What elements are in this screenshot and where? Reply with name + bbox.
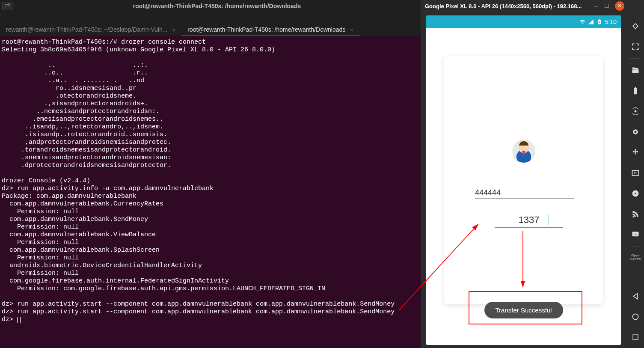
account-number-field[interactable] [475, 187, 574, 199]
svg-point-11 [636, 234, 637, 235]
status-time: 5:10 [605, 18, 617, 25]
battery-icon [597, 19, 602, 25]
sms-icon[interactable] [631, 230, 640, 239]
id-icon[interactable]: ID [631, 168, 640, 178]
tab-label: root@rewanth-ThinkPad-T450s: /home/rewan… [187, 26, 345, 33]
toast-message: Transfer Successful [484, 302, 563, 318]
disc-icon[interactable] [631, 189, 640, 198]
close-icon[interactable]: × [350, 26, 353, 33]
rotate-icon[interactable] [631, 21, 640, 31]
tab-label: rewanth@rewanth-ThinkPad-T450s: ~/Deskto… [6, 26, 167, 33]
wifi-icon [579, 19, 585, 25]
close-icon[interactable]: × [172, 26, 175, 33]
android-status-bar: 5:10 [426, 15, 621, 28]
svg-point-12 [632, 314, 638, 319]
svg-point-7 [635, 193, 636, 194]
text-caret [549, 214, 549, 225]
terminal-output[interactable]: root@rewanth-ThinkPad-T450s:/# drozer co… [0, 36, 421, 348]
rss-icon[interactable] [631, 209, 640, 219]
minimize-button[interactable]: — [590, 3, 601, 10]
android-recents-icon[interactable] [631, 333, 640, 342]
android-back-icon[interactable] [631, 291, 640, 301]
fullscreen-icon[interactable] [631, 42, 640, 51]
svg-point-1 [635, 110, 637, 113]
move-icon[interactable] [631, 148, 640, 157]
terminal-tab-inactive[interactable]: rewanth@rewanth-ThinkPad-T450s: ~/Deskto… [0, 23, 181, 36]
terminal-tab-bar: rewanth@rewanth-ThinkPad-T450s: ~/Deskto… [0, 12, 421, 36]
svg-text:ID: ID [633, 172, 638, 175]
clapboard-icon[interactable] [631, 65, 640, 75]
signal-icon [588, 19, 594, 25]
gps-icon[interactable] [631, 107, 640, 116]
emulator-side-toolbar: ID Open GAPPS [627, 15, 644, 348]
svg-point-9 [634, 234, 635, 235]
open-gapps-button[interactable]: Open GAPPS [627, 253, 644, 261]
emulator-device-screen[interactable]: 5:10 Transfer Successful [426, 15, 621, 345]
svg-point-10 [635, 234, 636, 235]
terminal-window-title: root@rewanth-ThinkPad-T450s: /home/rewan… [13, 3, 421, 9]
emulator-window-title: Google Pixel XL 8.0 - API 26 (1440x2560,… [421, 3, 590, 9]
terminal-new-tab-button[interactable] [2, 2, 13, 10]
amount-field[interactable] [495, 213, 563, 228]
svg-rect-0 [6, 4, 9, 7]
svg-point-3 [635, 131, 637, 133]
maximize-button[interactable]: □ [601, 3, 612, 10]
emulator-window-titlebar: Google Pixel XL 8.0 - API 26 (1440x2560,… [421, 0, 627, 12]
avatar [512, 140, 535, 163]
battery-icon[interactable] [631, 86, 640, 95]
terminal-cursor [17, 317, 21, 323]
close-button[interactable]: × [615, 1, 624, 11]
svg-rect-13 [633, 335, 638, 340]
terminal-tab-active[interactable]: root@rewanth-ThinkPad-T450s: /home/rewan… [181, 23, 359, 36]
android-home-icon[interactable] [631, 312, 640, 321]
transfer-card [444, 56, 603, 304]
camera-icon[interactable] [631, 127, 640, 137]
terminal-window-titlebar: root@rewanth-ThinkPad-T450s: /home/rewan… [0, 0, 421, 12]
